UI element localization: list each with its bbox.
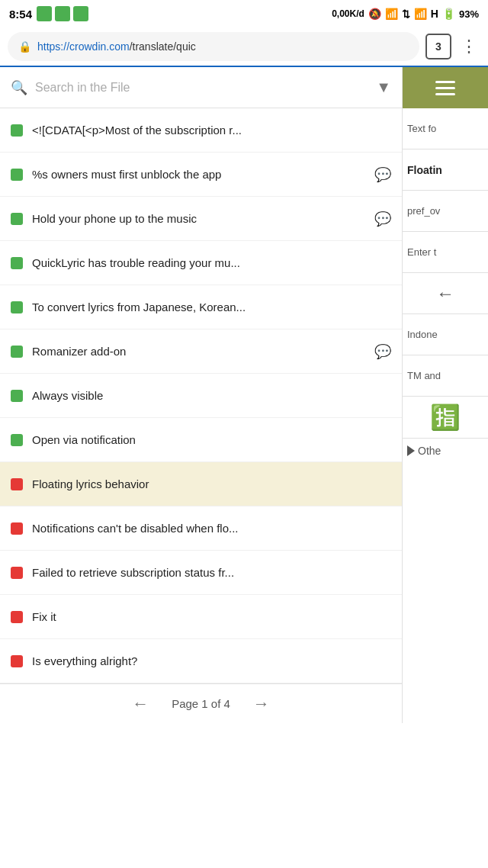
right-panel: Text fo Floatin pref_ov Enter t ← Indone… — [402, 67, 488, 723]
list-item[interactable]: To convert lyrics from Japanese, Korean.… — [0, 285, 402, 330]
url-path: /translate/quic — [130, 40, 196, 53]
search-input[interactable]: Search in the File — [35, 81, 368, 95]
list-item[interactable]: Is everything alright? — [0, 639, 402, 683]
list-item[interactable]: Always visible — [0, 374, 402, 418]
app-icon-1 — [37, 6, 52, 21]
page-info: Page 1 of 4 — [172, 697, 230, 710]
mute-icon: 🔕 — [368, 8, 381, 20]
item-text: Always visible — [32, 389, 391, 402]
pagination: ← Page 1 of 4 → — [0, 683, 402, 723]
status-dot-green — [11, 257, 23, 269]
section-label: Enter t — [407, 246, 436, 258]
signal-icon-2: 📶 — [414, 8, 427, 20]
prev-page-button[interactable]: ← — [132, 694, 149, 714]
signal-icon: 📶 — [385, 8, 398, 20]
hamburger-line — [435, 93, 455, 95]
section-label: Text fo — [407, 123, 436, 134]
browser-menu-button[interactable]: ⋮ — [458, 37, 480, 56]
list-item-selected[interactable]: Floating lyrics behavior — [0, 462, 402, 506]
next-page-button[interactable]: → — [253, 694, 270, 714]
comment-icon: 💬 — [374, 166, 391, 183]
filter-icon[interactable]: ▼ — [376, 79, 391, 96]
status-dot-green — [11, 213, 23, 225]
comment-icon: 💬 — [374, 211, 391, 227]
translation-list: <![CDATA[<p>Most of the subscription r..… — [0, 108, 402, 683]
search-bar[interactable]: 🔍 Search in the File ▼ — [0, 67, 402, 108]
hamburger-line — [435, 81, 455, 83]
item-text: Floating lyrics behavior — [32, 477, 391, 490]
status-time: 8:54 — [9, 8, 32, 21]
status-app-icons — [37, 6, 88, 21]
item-text: <![CDATA[<p>Most of the subscription r..… — [32, 124, 391, 137]
item-text: QuickLyric has trouble reading your mu..… — [32, 256, 391, 269]
search-icon: 🔍 — [11, 79, 27, 96]
item-text: Fix it — [32, 610, 391, 623]
list-item[interactable]: QuickLyric has trouble reading your mu..… — [0, 241, 402, 285]
status-left: 8:54 — [9, 6, 88, 21]
status-bar: 8:54 0,00K/d 🔕 📶 ⇅ 📶 H 🔋 93% — [0, 0, 488, 27]
right-section-pref: pref_ov — [403, 191, 488, 232]
url-host: crowdin.com — [69, 40, 130, 53]
url-prefix: https:// — [37, 40, 69, 53]
main-layout: 🔍 Search in the File ▼ <![CDATA[<p>Most … — [0, 67, 488, 723]
list-item[interactable]: Open via notification — [0, 418, 402, 462]
comment-icon: 💬 — [374, 343, 391, 360]
app-icon-2 — [55, 6, 70, 21]
right-section-text-fo: Text fo — [403, 108, 488, 149]
address-bar: 🔒 https://crowdin.com/translate/quic 3 ⋮ — [0, 27, 488, 67]
list-item[interactable]: %s owners must first unblock the app 💬 — [0, 153, 402, 197]
triangle-icon — [407, 445, 415, 456]
tab-count-button[interactable]: 3 — [425, 34, 451, 59]
status-dot-green — [11, 301, 23, 313]
item-text: Hold your phone up to the music — [32, 212, 365, 225]
item-text: Failed to retrieve subscription status f… — [32, 566, 391, 579]
status-dot-red — [11, 611, 23, 623]
section-label: pref_ov — [407, 205, 440, 217]
right-section-lang: Indone — [403, 314, 488, 355]
list-item[interactable]: Failed to retrieve subscription status f… — [0, 551, 402, 595]
right-section-back[interactable]: ← — [403, 273, 488, 314]
data-icon: ⇅ — [402, 8, 410, 20]
left-panel: 🔍 Search in the File ▼ <![CDATA[<p>Most … — [0, 67, 402, 723]
section-label: TM and — [407, 370, 441, 381]
list-item[interactable]: Fix it — [0, 595, 402, 639]
list-item[interactable]: Hold your phone up to the music 💬 — [0, 197, 402, 241]
url-text: https://crowdin.com/translate/quic — [37, 40, 196, 53]
item-text: Notifications can't be disabled when flo… — [32, 522, 391, 535]
status-dot-green — [11, 346, 23, 358]
status-dot-red — [11, 478, 23, 490]
status-right: 0,00K/d 🔕 📶 ⇅ 📶 H 🔋 93% — [332, 8, 479, 20]
other-label: Othe — [418, 445, 441, 457]
lock-icon: 🔒 — [18, 40, 31, 53]
network-speed: 0,00K/d — [332, 8, 364, 19]
section-label: Indone — [407, 329, 438, 340]
status-dot-red — [11, 567, 23, 579]
right-section-enter: Enter t — [403, 232, 488, 273]
status-dot-green — [11, 390, 23, 402]
translate-icon: 🈯 — [430, 403, 461, 432]
right-section-translate[interactable]: 🈯 — [403, 397, 488, 439]
list-item[interactable]: Notifications can't be disabled when flo… — [0, 506, 402, 551]
item-text: Open via notification — [32, 433, 391, 446]
right-section-other[interactable]: Othe — [403, 439, 488, 463]
section-label-bold: Floatin — [407, 164, 442, 176]
item-text: To convert lyrics from Japanese, Korean.… — [32, 301, 391, 313]
status-dot-green — [11, 434, 23, 446]
battery-percent: 93% — [459, 8, 479, 20]
status-dot-green — [11, 169, 23, 181]
status-dot-green — [11, 124, 23, 137]
status-dot-red — [11, 522, 23, 535]
list-item[interactable]: <![CDATA[<p>Most of the subscription r..… — [0, 108, 402, 153]
app-icon-3 — [73, 6, 88, 21]
item-text: %s owners must first unblock the app — [32, 168, 365, 181]
item-text: Is everything alright? — [32, 654, 391, 667]
status-dot-red — [11, 655, 23, 667]
back-arrow-icon: ← — [436, 283, 454, 304]
right-section-floatin: Floatin — [403, 149, 488, 191]
list-item[interactable]: Romanizer add-on 💬 — [0, 330, 402, 374]
hamburger-icon — [435, 81, 455, 95]
right-menu-button[interactable] — [403, 67, 488, 108]
network-type-icon: H — [431, 8, 438, 20]
battery-icon: 🔋 — [442, 8, 455, 20]
url-container[interactable]: 🔒 https://crowdin.com/translate/quic — [8, 32, 419, 61]
